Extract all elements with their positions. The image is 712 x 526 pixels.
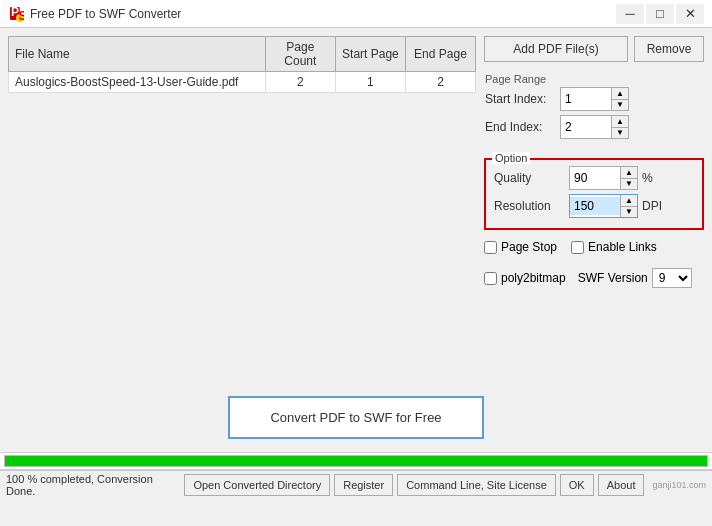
app-icon: PDF S [8,6,24,22]
file-list-panel: File Name Page Count Start Page End Page… [8,36,476,374]
svg-text:S: S [19,9,25,22]
enable-links-label: Enable Links [588,240,657,254]
resolution-spinner[interactable]: ▲ ▼ [569,194,638,218]
poly2bitmap-label: poly2bitmap [501,271,566,285]
end-index-input[interactable] [561,118,611,136]
enable-links-checkbox[interactable] [571,241,584,254]
resolution-input[interactable] [570,197,620,215]
register-button[interactable]: Register [334,474,393,496]
page-range-label: Page Range [485,73,703,85]
end-index-down[interactable]: ▼ [612,127,628,138]
start-index-up[interactable]: ▲ [612,88,628,99]
start-index-input[interactable] [561,90,611,108]
progress-bar-bg [4,455,708,467]
quality-down[interactable]: ▼ [621,178,637,189]
resolution-up[interactable]: ▲ [621,195,637,206]
file-table: File Name Page Count Start Page End Page… [8,36,476,93]
option-section: Option Quality ▲ ▼ % Resolution [484,158,704,230]
convert-button[interactable]: Convert PDF to SWF for Free [228,396,483,439]
cell-pagecount: 2 [265,72,335,93]
command-line-button[interactable]: Command Line, Site License [397,474,556,496]
maximize-button[interactable]: □ [646,4,674,24]
quality-up[interactable]: ▲ [621,167,637,178]
start-index-down[interactable]: ▼ [612,99,628,110]
end-index-up[interactable]: ▲ [612,116,628,127]
col-header-startpage: Start Page [335,37,405,72]
close-button[interactable]: ✕ [676,4,704,24]
page-stop-label: Page Stop [501,240,557,254]
title-bar: PDF S Free PDF to SWF Converter ─ □ ✕ [0,0,712,28]
poly2bitmap-checkbox[interactable] [484,272,497,285]
ok-button[interactable]: OK [560,474,594,496]
start-index-spinner[interactable]: ▲ ▼ [560,87,629,111]
end-index-spinner[interactable]: ▲ ▼ [560,115,629,139]
minimize-button[interactable]: ─ [616,4,644,24]
watermark: ganji101.com [652,480,706,490]
right-panel: Add PDF File(s) Remove Page Range Start … [484,36,704,374]
convert-area: Convert PDF to SWF for Free [0,382,712,452]
window-title: Free PDF to SWF Converter [30,7,181,21]
col-header-endpage: End Page [405,37,475,72]
start-index-label: Start Index: [485,92,560,106]
open-dir-button[interactable]: Open Converted Directory [184,474,330,496]
quality-unit: % [642,171,653,185]
add-pdf-button[interactable]: Add PDF File(s) [484,36,628,62]
table-row[interactable]: Auslogics-BoostSpeed-13-User-Guide.pdf 2… [9,72,476,93]
quality-label: Quality [494,171,569,185]
page-range-section: Page Range Start Index: ▲ ▼ End Index: [484,68,704,148]
swf-version-label: SWF Version [578,271,648,285]
quality-spinner[interactable]: ▲ ▼ [569,166,638,190]
checkbox-row-2: poly2bitmap SWF Version 6789101112 [484,268,704,288]
checkbox-row-1: Page Stop Enable Links [484,240,704,254]
col-header-filename: File Name [9,37,266,72]
progress-bar-container [0,452,712,470]
about-button[interactable]: About [598,474,645,496]
swf-version-select[interactable]: 6789101112 [652,268,692,288]
progress-bar-fill [5,456,707,466]
remove-button[interactable]: Remove [634,36,704,62]
cell-startpage: 1 [335,72,405,93]
col-header-pagecount: Page Count [265,37,335,72]
quality-input[interactable] [570,169,620,187]
page-stop-checkbox[interactable] [484,241,497,254]
end-index-label: End Index: [485,120,560,134]
resolution-label: Resolution [494,199,569,213]
option-legend: Option [492,152,530,164]
cell-endpage: 2 [405,72,475,93]
status-text: 100 % completed, Conversion Done. [6,473,180,497]
cell-filename: Auslogics-BoostSpeed-13-User-Guide.pdf [9,72,266,93]
resolution-down[interactable]: ▼ [621,206,637,217]
bottom-bar: 100 % completed, Conversion Done. Open C… [0,470,712,498]
resolution-unit: DPI [642,199,662,213]
